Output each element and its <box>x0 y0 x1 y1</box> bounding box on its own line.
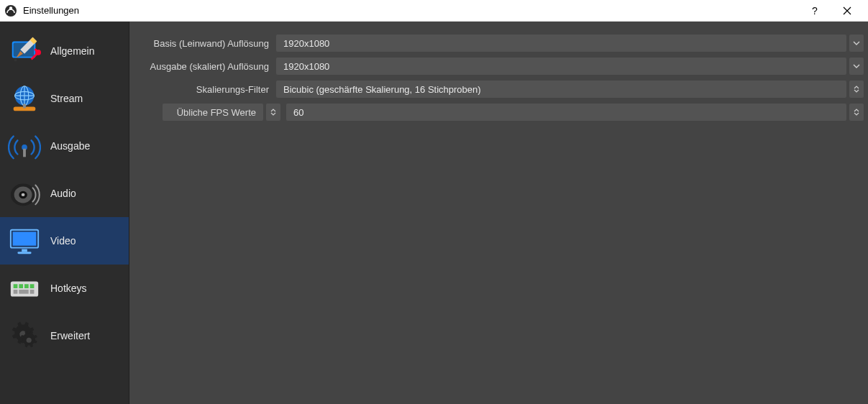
close-button[interactable] <box>831 0 864 22</box>
svg-rect-21 <box>17 252 31 254</box>
svg-point-31 <box>27 338 32 343</box>
sidebar-item-stream[interactable]: Stream <box>0 75 129 122</box>
svg-rect-26 <box>30 284 35 288</box>
downscale-filter-stepper[interactable] <box>849 81 864 98</box>
fps-value: 60 <box>293 107 303 118</box>
signal-icon <box>7 129 42 163</box>
downscale-filter-label: Skalierungs-Filter <box>134 84 276 95</box>
chevron-down-icon <box>854 112 859 116</box>
window-title: Einstellungen <box>23 5 79 16</box>
svg-rect-20 <box>22 249 27 252</box>
fps-type-stepper[interactable] <box>266 104 280 121</box>
sidebar-item-video[interactable]: Video <box>0 217 129 265</box>
speaker-icon <box>7 176 42 211</box>
svg-rect-22 <box>11 281 38 296</box>
sidebar-item-label: Erweitert <box>50 330 90 341</box>
sidebar-item-allgemein[interactable]: Allgemein <box>0 27 129 75</box>
sidebar-item-label: Audio <box>50 188 76 199</box>
sidebar-item-label: Allgemein <box>50 45 94 57</box>
sidebar: Allgemein Stream <box>0 22 129 404</box>
downscale-filter-select[interactable]: Bicubic (geschärfte Skalierung, 16 Stich… <box>276 81 846 98</box>
sidebar-item-label: Stream <box>50 93 83 104</box>
svg-rect-23 <box>14 284 18 288</box>
app-body: Allgemein Stream <box>0 22 868 404</box>
chevron-down-icon <box>853 64 860 68</box>
app-icon <box>4 4 17 17</box>
sidebar-item-erweitert[interactable]: Erweitert <box>0 312 129 359</box>
chevron-down-icon <box>854 89 859 93</box>
svg-text:?: ? <box>812 6 818 16</box>
fps-type-select[interactable]: Übliche FPS Werte <box>163 104 263 121</box>
fps-type-label: Übliche FPS Werte <box>177 107 256 118</box>
fps-value-stepper[interactable] <box>849 104 864 121</box>
svg-rect-29 <box>30 290 35 294</box>
globe-icon <box>7 81 42 116</box>
sidebar-item-ausgabe[interactable]: Ausgabe <box>0 122 129 170</box>
sidebar-item-label: Ausgabe <box>50 140 90 152</box>
fps-value-select[interactable]: 60 <box>286 104 846 121</box>
svg-rect-25 <box>24 284 29 288</box>
downscale-filter-value: Bicubic (geschärfte Skalierung, 16 Stich… <box>283 84 481 95</box>
output-resolution-value: 1920x1080 <box>283 61 329 72</box>
row-downscale-filter: Skalierungs-Filter Bicubic (geschärfte S… <box>134 81 864 98</box>
svg-rect-19 <box>13 232 37 246</box>
svg-point-6 <box>35 50 41 55</box>
help-button[interactable]: ? <box>798 0 831 22</box>
svg-rect-28 <box>19 290 28 294</box>
titlebar: Einstellungen ? <box>0 0 868 22</box>
settings-panel-video: Basis (Leinwand) Auflösung 1920x1080 Aus… <box>129 22 868 404</box>
sidebar-item-audio[interactable]: Audio <box>0 170 129 217</box>
base-resolution-label: Basis (Leinwand) Auflösung <box>134 38 276 49</box>
base-resolution-combobox[interactable]: 1920x1080 <box>276 35 846 52</box>
sidebar-item-label: Video <box>50 235 76 247</box>
svg-rect-11 <box>23 104 26 109</box>
chevron-down-icon <box>270 112 276 116</box>
base-resolution-value: 1920x1080 <box>283 38 329 49</box>
svg-rect-24 <box>19 284 23 288</box>
output-resolution-label: Ausgabe (skaliert) Auflösung <box>134 61 276 72</box>
chevron-down-icon <box>853 41 860 45</box>
output-resolution-combobox[interactable]: 1920x1080 <box>276 58 846 75</box>
svg-rect-13 <box>23 149 26 157</box>
row-output-resolution: Ausgabe (skaliert) Auflösung 1920x1080 <box>134 58 864 75</box>
svg-rect-27 <box>14 290 18 294</box>
keyboard-icon <box>7 271 42 306</box>
row-fps: Übliche FPS Werte 60 <box>134 104 864 121</box>
tools-icon <box>7 34 42 68</box>
svg-point-17 <box>22 193 25 196</box>
sidebar-item-hotkeys[interactable]: Hotkeys <box>0 265 129 312</box>
sidebar-item-label: Hotkeys <box>50 283 87 294</box>
monitor-icon <box>7 224 42 258</box>
svg-point-5 <box>14 59 17 62</box>
base-resolution-dropdown[interactable] <box>849 35 864 52</box>
row-base-resolution: Basis (Leinwand) Auflösung 1920x1080 <box>134 35 864 52</box>
gear-icon <box>7 318 42 353</box>
output-resolution-dropdown[interactable] <box>849 58 864 75</box>
